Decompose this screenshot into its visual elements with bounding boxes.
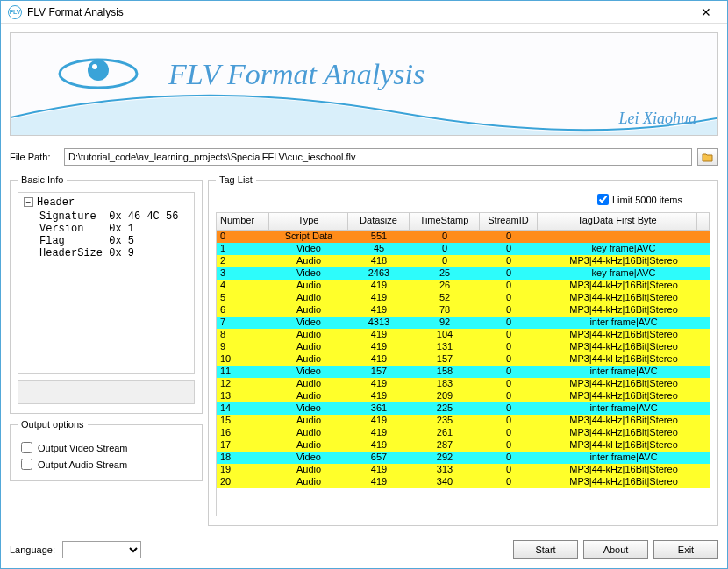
- header-type[interactable]: Type: [269, 213, 348, 230]
- banner-title: FLV Format Analysis: [168, 58, 425, 91]
- titlebar: FLV FLV Format Analysis ✕: [1, 1, 727, 24]
- exit-button[interactable]: Exit: [653, 540, 718, 559]
- left-column: Basic Info −Header Signature 0x 46 4C 56…: [10, 174, 203, 526]
- header-number[interactable]: Number: [217, 213, 269, 230]
- app-icon: FLV: [8, 5, 22, 19]
- language-label: Language:: [10, 544, 55, 555]
- table-row[interactable]: 1Video4500key frame|AVC: [217, 243, 710, 255]
- limit-label: Limit 5000 items: [612, 195, 682, 205]
- app-window: FLV FLV Format Analysis ✕ FLV Format Ana…: [0, 0, 728, 569]
- output-video-checkbox[interactable]: [21, 442, 32, 453]
- browse-button[interactable]: [697, 148, 718, 166]
- table-row[interactable]: 19Audio4193130MP3|44-kHz|16Bit|Stereo: [217, 464, 710, 476]
- output-audio-label: Output Audio Stream: [38, 459, 127, 470]
- output-options-group: Output options Output Video Stream Outpu…: [10, 419, 203, 481]
- table-body[interactable]: 0Script Data551001Video4500key frame|AVC…: [217, 231, 710, 516]
- table-header: Number Type Datasize TimeStamp StreamID …: [217, 213, 710, 231]
- table-row[interactable]: 16Audio4192610MP3|44-kHz|16Bit|Stereo: [217, 427, 710, 439]
- header-spacer: [697, 213, 710, 230]
- start-button[interactable]: Start: [513, 540, 578, 559]
- taglist-group: Tag List Limit 5000 items Number Type Da…: [208, 174, 718, 526]
- filepath-label: File Path:: [10, 152, 59, 162]
- tree-item[interactable]: Version 0x 1: [20, 223, 192, 235]
- output-audio-checkbox[interactable]: [21, 459, 32, 470]
- tree-root-label: Header: [37, 196, 75, 209]
- banner-author: Lei Xiaohua: [619, 110, 697, 128]
- table-row[interactable]: 20Audio4193400MP3|44-kHz|16Bit|Stereo: [217, 476, 710, 488]
- tree-item[interactable]: Flag 0x 5: [20, 235, 192, 247]
- bottom-bar: Language: Start About Exit: [1, 535, 727, 568]
- header-firstbyte[interactable]: TagData First Byte: [538, 213, 697, 230]
- filepath-row: File Path:: [10, 148, 718, 166]
- about-button[interactable]: About: [583, 540, 648, 559]
- tree-root[interactable]: −Header: [20, 196, 192, 209]
- taglist-legend: Tag List: [216, 174, 256, 185]
- table-row[interactable]: 10Audio4191570MP3|44-kHz|16Bit|Stereo: [217, 353, 710, 366]
- folder-open-icon: [702, 152, 714, 162]
- content-area: File Path: Basic Info −Header Signature …: [1, 136, 727, 535]
- table-row[interactable]: 14Video3612250inter frame|AVC: [217, 402, 710, 415]
- basic-info-legend: Basic Info: [18, 174, 67, 185]
- table-row[interactable]: 11Video1571580inter frame|AVC: [217, 366, 710, 378]
- table-row[interactable]: 12Audio4191830MP3|44-kHz|16Bit|Stereo: [217, 378, 710, 390]
- svg-point-1: [88, 60, 109, 81]
- limit-label-wrap[interactable]: Limit 5000 items: [597, 194, 682, 205]
- table-row[interactable]: 2Audio41800MP3|44-kHz|16Bit|Stereo: [217, 255, 710, 267]
- table-row[interactable]: 5Audio419520MP3|44-kHz|16Bit|Stereo: [217, 292, 710, 304]
- header-streamid[interactable]: StreamID: [480, 213, 538, 230]
- banner: FLV Format Analysis Lei Xiaohua: [10, 32, 718, 136]
- language-select[interactable]: [62, 541, 141, 558]
- table-row[interactable]: 3Video2463250key frame|AVC: [217, 267, 710, 280]
- table-row[interactable]: 8Audio4191040MP3|44-kHz|16Bit|Stereo: [217, 329, 710, 341]
- tree-item[interactable]: HeaderSize 0x 9: [20, 247, 192, 260]
- svg-point-2: [92, 64, 97, 69]
- table-row[interactable]: 6Audio419780MP3|44-kHz|16Bit|Stereo: [217, 304, 710, 317]
- taglist-table: Number Type Datasize TimeStamp StreamID …: [216, 212, 710, 516]
- table-row[interactable]: 18Video6572920inter frame|AVC: [217, 452, 710, 464]
- table-row[interactable]: 9Audio4191310MP3|44-kHz|16Bit|Stereo: [217, 341, 710, 353]
- table-row[interactable]: 4Audio419260MP3|44-kHz|16Bit|Stereo: [217, 280, 710, 292]
- filepath-input[interactable]: [64, 148, 692, 166]
- header-tree[interactable]: −Header Signature 0x 46 4C 56Version 0x …: [18, 192, 195, 374]
- table-row[interactable]: 15Audio4192350MP3|44-kHz|16Bit|Stereo: [217, 415, 710, 427]
- output-video-label: Output Video Stream: [38, 443, 128, 453]
- header-timestamp[interactable]: TimeStamp: [410, 213, 480, 230]
- close-icon[interactable]: ✕: [689, 4, 724, 21]
- basic-info-group: Basic Info −Header Signature 0x 46 4C 56…: [10, 174, 203, 414]
- output-options-legend: Output options: [18, 419, 88, 430]
- tree-collapse-icon[interactable]: −: [24, 197, 33, 207]
- table-row[interactable]: 0Script Data55100: [217, 231, 710, 243]
- table-row[interactable]: 7Video4313920inter frame|AVC: [217, 317, 710, 329]
- tree-item[interactable]: Signature 0x 46 4C 56: [20, 210, 192, 223]
- header-datasize[interactable]: Datasize: [348, 213, 410, 230]
- main-row: Basic Info −Header Signature 0x 46 4C 56…: [10, 174, 718, 526]
- window-title: FLV Format Analysis: [27, 6, 689, 18]
- basic-info-detail-box: [18, 380, 195, 404]
- limit-checkbox[interactable]: [597, 194, 609, 205]
- table-row[interactable]: 13Audio4192090MP3|44-kHz|16Bit|Stereo: [217, 390, 710, 402]
- table-row[interactable]: 17Audio4192870MP3|44-kHz|16Bit|Stereo: [217, 439, 710, 452]
